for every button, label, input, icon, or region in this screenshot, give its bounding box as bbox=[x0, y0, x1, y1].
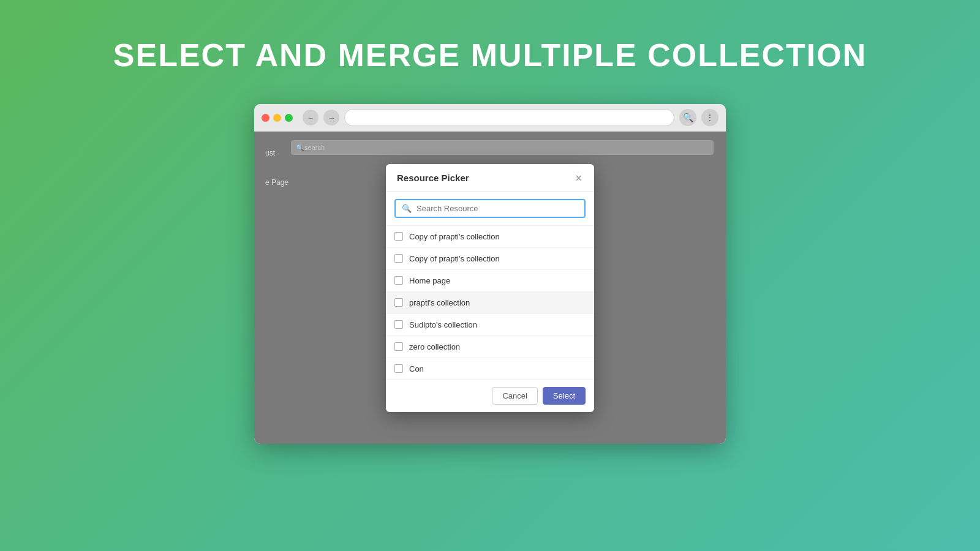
browser-toolbar: ← → 🔍 ⋮ bbox=[254, 104, 726, 132]
checkbox-1[interactable] bbox=[394, 232, 403, 241]
modal-close-button[interactable]: × bbox=[574, 173, 583, 184]
page-heading: SELECT AND MERGE MULTIPLE COLLECTION bbox=[113, 37, 867, 73]
traffic-light-yellow[interactable] bbox=[273, 114, 281, 122]
modal-overlay: Resource Picker × 🔍 Copy of prapti's col… bbox=[254, 132, 726, 444]
modal-search-section: 🔍 bbox=[386, 192, 594, 226]
back-button[interactable]: ← bbox=[303, 110, 318, 126]
search-input-wrapper: 🔍 bbox=[394, 199, 586, 218]
list-item[interactable]: zero collection bbox=[386, 336, 594, 358]
select-button[interactable]: Select bbox=[543, 387, 586, 405]
menu-button[interactable]: ⋮ bbox=[701, 109, 718, 126]
modal-header: Resource Picker × bbox=[386, 164, 594, 192]
traffic-lights bbox=[262, 114, 293, 122]
list-item[interactable]: Con bbox=[386, 358, 594, 379]
list-item[interactable]: Copy of prapti's collection bbox=[386, 248, 594, 270]
checkbox-6[interactable] bbox=[394, 342, 403, 351]
resource-name-5: Sudipto's collection bbox=[409, 320, 477, 329]
resource-name-2: Copy of prapti's collection bbox=[409, 254, 500, 263]
search-icon: 🔍 bbox=[402, 204, 412, 213]
checkbox-4[interactable] bbox=[394, 298, 403, 307]
checkbox-3[interactable] bbox=[394, 276, 403, 285]
list-item[interactable]: Sudipto's collection bbox=[386, 314, 594, 336]
checkbox-7[interactable] bbox=[394, 364, 403, 373]
search-button[interactable]: 🔍 bbox=[679, 109, 696, 126]
resource-name-1: Copy of prapti's collection bbox=[409, 232, 500, 241]
traffic-light-red[interactable] bbox=[262, 114, 270, 122]
resource-name-6: zero collection bbox=[409, 342, 460, 351]
list-item[interactable]: prapti's collection bbox=[386, 292, 594, 314]
modal-title: Resource Picker bbox=[397, 173, 469, 183]
resource-name-4: prapti's collection bbox=[409, 298, 470, 307]
traffic-light-green[interactable] bbox=[285, 114, 293, 122]
search-input[interactable] bbox=[417, 204, 578, 213]
browser-content: ust e Page 🔍 search Resource Picker × 🔍 bbox=[254, 132, 726, 444]
checkbox-2[interactable] bbox=[394, 254, 403, 263]
address-bar[interactable] bbox=[344, 109, 674, 126]
browser-window: ← → 🔍 ⋮ ust e Page 🔍 search Resource Pic… bbox=[254, 104, 726, 444]
cancel-button[interactable]: Cancel bbox=[492, 387, 537, 405]
list-item[interactable]: Home page bbox=[386, 270, 594, 292]
list-item[interactable]: Copy of prapti's collection bbox=[386, 226, 594, 248]
checkbox-5[interactable] bbox=[394, 320, 403, 329]
modal-footer: Cancel Select bbox=[386, 379, 594, 412]
resource-name-3: Home page bbox=[409, 276, 450, 285]
resource-picker-modal: Resource Picker × 🔍 Copy of prapti's col… bbox=[386, 164, 594, 412]
resource-list: Copy of prapti's collection Copy of prap… bbox=[386, 226, 594, 379]
forward-button[interactable]: → bbox=[323, 110, 339, 126]
resource-name-7: Con bbox=[409, 364, 424, 373]
